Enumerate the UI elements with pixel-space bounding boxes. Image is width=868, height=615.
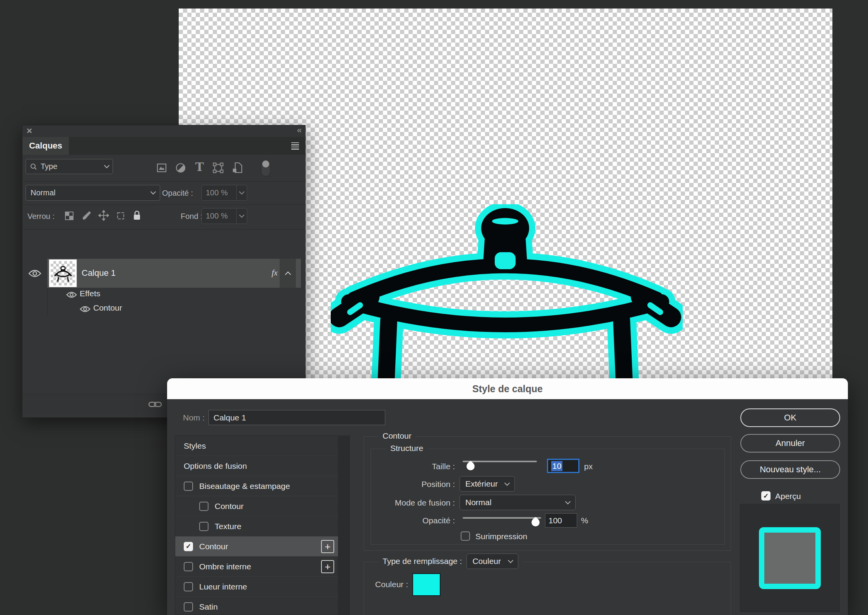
style-item-checkbox[interactable] xyxy=(184,482,193,491)
layer-row-calque1[interactable]: Calque 1 fx xyxy=(47,259,301,288)
contour-group-legend: Contour xyxy=(379,431,415,441)
style-list-item[interactable]: Styles xyxy=(175,436,338,456)
filter-type-layers-icon[interactable]: T xyxy=(194,161,205,173)
layer-style-dialog: Style de calque Nom : Calque 1 Styles Op… xyxy=(167,378,848,615)
layer-name-input[interactable]: Calque 1 xyxy=(208,410,385,425)
filter-toggle-switch[interactable] xyxy=(261,159,270,176)
lock-transparency-icon[interactable] xyxy=(64,211,74,221)
effects-group-label: Effets xyxy=(80,289,100,298)
panel-tab-bar: Calques xyxy=(22,137,305,155)
style-list-item[interactable]: ✓ Contour + xyxy=(175,536,338,557)
opacity-unit: % xyxy=(581,516,588,525)
collapse-effects-button[interactable] xyxy=(280,259,296,288)
filter-pixel-layers-icon[interactable] xyxy=(156,162,167,173)
opacity-value-dialog: 100 xyxy=(548,516,562,525)
filter-shape-layers-icon[interactable] xyxy=(213,162,224,173)
layer-name-value: Calque 1 xyxy=(214,413,246,422)
opacity-value-box[interactable]: 100 % xyxy=(202,185,247,201)
lock-position-move-icon[interactable] xyxy=(98,210,109,221)
blend-mode-select-dialog[interactable]: Normal xyxy=(460,495,576,510)
fill-type-select[interactable]: Couleur xyxy=(466,554,518,569)
style-item-label: Biseautage & estampage xyxy=(199,482,290,491)
layer-thumbnail[interactable] xyxy=(49,259,77,287)
size-unit: px xyxy=(584,462,593,471)
style-item-checkbox[interactable] xyxy=(184,582,193,591)
style-list-item[interactable]: Options de fusion xyxy=(175,456,338,476)
style-item-label: Texture xyxy=(215,522,241,531)
blend-mode-select[interactable]: Normal xyxy=(26,185,160,201)
contour-effect-eye-icon[interactable] xyxy=(80,306,91,313)
style-list-item[interactable]: Lueur interne xyxy=(175,577,338,597)
chevron-down-icon xyxy=(239,212,244,218)
size-label: Taille : xyxy=(389,462,455,471)
ok-button[interactable]: OK xyxy=(740,408,840,427)
lock-all-icon[interactable] xyxy=(132,210,142,221)
opacity-value: 100 % xyxy=(206,188,228,197)
structure-legend: Structure xyxy=(386,444,427,453)
fill-type-legend: Type de remplissage : xyxy=(383,557,462,566)
pot-thumbnail-icon xyxy=(54,265,72,282)
size-slider-track[interactable] xyxy=(463,461,537,462)
panel-collapse-icon[interactable]: « xyxy=(297,125,301,135)
blend-mode-value: Normal xyxy=(31,188,55,197)
panel-titlebar: ✕ « xyxy=(22,125,305,137)
style-item-label: Styles xyxy=(184,441,206,451)
contour-color-swatch[interactable] xyxy=(412,573,441,596)
blend-mode-value-dialog: Normal xyxy=(465,498,492,507)
new-style-button[interactable]: Nouveau style... xyxy=(740,460,840,479)
style-list-item[interactable]: Texture xyxy=(175,516,338,536)
size-value: 10 xyxy=(551,461,562,471)
search-icon xyxy=(30,163,38,171)
style-item-checkbox[interactable] xyxy=(199,522,208,531)
preview-checkbox[interactable]: ✓ xyxy=(761,491,771,501)
style-item-checkbox[interactable] xyxy=(184,562,193,571)
size-input[interactable]: 10 xyxy=(547,459,579,473)
contour-effect-label: Contour xyxy=(93,303,122,313)
style-item-label: Lueur interne xyxy=(199,582,247,591)
ok-button-label: OK xyxy=(784,413,796,423)
preview-label: Aperçu xyxy=(775,492,801,501)
style-list-item[interactable]: Satin xyxy=(175,597,338,615)
panel-menu-icon[interactable] xyxy=(291,142,299,150)
overprint-checkbox[interactable] xyxy=(461,531,470,541)
add-effect-button[interactable]: + xyxy=(321,540,334,553)
layer-filter-type-select[interactable]: Type xyxy=(26,159,113,174)
dialog-titlebar[interactable]: Style de calque xyxy=(167,378,848,399)
position-select[interactable]: Extérieur xyxy=(460,476,515,492)
add-effect-button[interactable]: + xyxy=(321,560,334,573)
style-item-checkbox[interactable]: ✓ xyxy=(184,542,193,551)
cancel-button[interactable]: Annuler xyxy=(740,434,840,453)
position-value: Extérieur xyxy=(465,479,498,489)
style-list-item[interactable]: Ombre interne + xyxy=(175,557,338,577)
chevron-up-icon xyxy=(285,271,291,277)
style-item-label: Ombre interne xyxy=(199,562,251,571)
style-preview-panel xyxy=(740,504,840,612)
check-icon: ✓ xyxy=(763,492,769,500)
opacity-input[interactable]: 100 xyxy=(545,513,577,528)
panel-close-icon[interactable]: ✕ xyxy=(26,126,32,135)
tab-calques[interactable]: Calques xyxy=(22,137,69,155)
styles-list-scrollbar[interactable] xyxy=(338,436,350,615)
color-label: Couleur : xyxy=(350,580,408,589)
filter-adjustment-layers-icon[interactable] xyxy=(175,162,186,173)
fill-value-box[interactable]: 100 % xyxy=(202,208,247,224)
filter-smart-objects-icon[interactable] xyxy=(232,162,243,174)
toggle-knob xyxy=(262,161,269,167)
filter-type-label: Type xyxy=(41,162,57,171)
lock-artboard-icon[interactable] xyxy=(115,210,126,221)
chevron-down-icon xyxy=(239,189,244,195)
lock-pixels-brush-icon[interactable] xyxy=(81,210,92,221)
effects-visibility-eye-icon[interactable] xyxy=(66,291,77,298)
style-list-item[interactable]: Contour xyxy=(175,496,338,516)
style-item-checkbox[interactable] xyxy=(184,602,193,612)
opacity-slider-track[interactable] xyxy=(463,517,541,519)
style-item-label: Options de fusion xyxy=(184,461,247,471)
link-layers-icon[interactable] xyxy=(148,400,162,408)
styles-list: Styles Options de fusion Biseautage & es… xyxy=(175,436,338,615)
style-list-item[interactable]: Biseautage & estampage xyxy=(175,476,338,496)
layer-visibility-eye-icon[interactable] xyxy=(28,269,41,278)
blend-mode-label: Mode de fusion : xyxy=(381,498,455,507)
fill-value: 100 % xyxy=(206,212,228,220)
style-item-label: Contour xyxy=(215,502,244,511)
style-item-checkbox[interactable] xyxy=(199,502,208,511)
